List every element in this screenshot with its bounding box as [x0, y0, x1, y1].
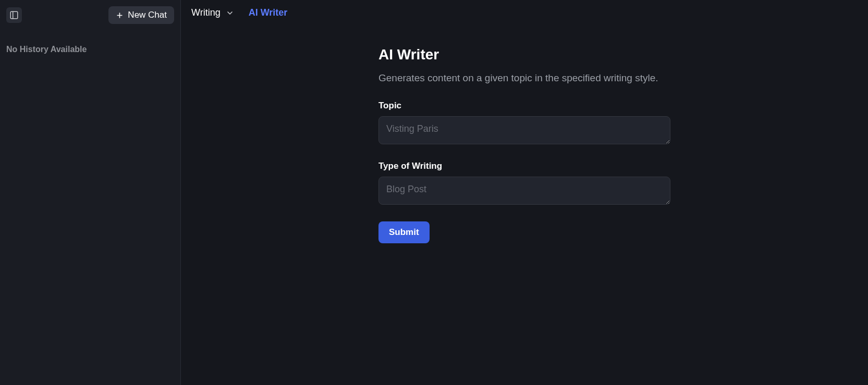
topic-input[interactable]	[378, 116, 670, 144]
topbar: Writing AI Writer	[181, 0, 868, 26]
category-label: Writing	[191, 7, 221, 18]
panel-icon	[9, 10, 19, 20]
writing-type-label: Type of Writing	[378, 161, 670, 171]
svg-rect-0	[10, 11, 18, 19]
page-title: AI Writer	[378, 46, 670, 63]
plus-icon	[116, 11, 124, 19]
content: AI Writer Generates content on a given t…	[181, 26, 868, 385]
sidebar-toggle-button[interactable]	[6, 7, 22, 23]
writing-type-input[interactable]	[378, 177, 670, 205]
content-inner: AI Writer Generates content on a given t…	[378, 46, 670, 385]
form-group-writing-type: Type of Writing	[378, 161, 670, 207]
form-group-topic: Topic	[378, 101, 670, 146]
page-description: Generates content on a given topic in th…	[378, 72, 670, 84]
main: Writing AI Writer AI Writer Generates co…	[181, 0, 868, 385]
topic-label: Topic	[378, 101, 670, 111]
sidebar-empty-message: No History Available	[0, 30, 180, 54]
active-tool-link[interactable]: AI Writer	[249, 7, 288, 18]
sidebar: New Chat No History Available	[0, 0, 181, 385]
chevron-down-icon	[226, 9, 234, 17]
new-chat-label: New Chat	[128, 10, 167, 20]
submit-button[interactable]: Submit	[378, 221, 430, 243]
sidebar-top: New Chat	[0, 0, 180, 30]
new-chat-button[interactable]: New Chat	[108, 6, 174, 24]
category-dropdown[interactable]: Writing	[191, 7, 234, 18]
